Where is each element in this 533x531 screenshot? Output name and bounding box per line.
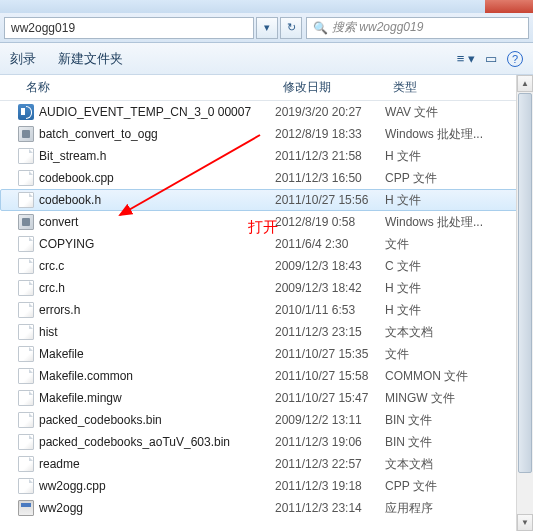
file-date: 2010/1/11 6:53	[275, 303, 385, 317]
file-name: codebook.cpp	[39, 171, 114, 185]
column-type[interactable]: 类型	[385, 75, 533, 100]
file-date: 2011/10/27 15:35	[275, 347, 385, 361]
file-name: codebook.h	[39, 193, 101, 207]
file-name-cell: codebook.h	[18, 192, 275, 208]
file-type: 应用程序	[385, 500, 533, 517]
file-icon	[18, 236, 34, 252]
scroll-up-button[interactable]: ▲	[517, 75, 533, 92]
file-name-cell: crc.c	[18, 258, 275, 274]
file-name-cell: COPYING	[18, 236, 275, 252]
file-row[interactable]: ww2ogg.cpp2011/12/3 19:18CPP 文件	[0, 475, 533, 497]
file-row[interactable]: convert2012/8/19 0:58Windows 批处理...	[0, 211, 533, 233]
bat-icon	[18, 126, 34, 142]
file-name-cell: Bit_stream.h	[18, 148, 275, 164]
file-date: 2011/10/27 15:58	[275, 369, 385, 383]
help-button[interactable]: ?	[507, 51, 523, 67]
file-name: crc.h	[39, 281, 65, 295]
file-row[interactable]: ww2ogg2011/12/3 23:14应用程序	[0, 497, 533, 519]
file-type: C 文件	[385, 258, 533, 275]
file-name-cell: hist	[18, 324, 275, 340]
dropdown-button[interactable]: ▾	[256, 17, 278, 39]
file-icon	[18, 192, 34, 208]
file-row[interactable]: Makefile.common2011/10/27 15:58COMMON 文件	[0, 365, 533, 387]
file-date: 2009/12/3 18:42	[275, 281, 385, 295]
file-row[interactable]: packed_codebooks_aoTuV_603.bin2011/12/3 …	[0, 431, 533, 453]
preview-pane-button[interactable]: ▭	[485, 51, 497, 66]
scrollbar[interactable]: ▲ ▼	[516, 75, 533, 531]
file-name: ww2ogg.cpp	[39, 479, 106, 493]
file-date: 2011/12/3 21:58	[275, 149, 385, 163]
file-name: Makefile.mingw	[39, 391, 122, 405]
search-placeholder: 搜索 ww2ogg019	[332, 19, 423, 36]
file-row[interactable]: Makefile2011/10/27 15:35文件	[0, 343, 533, 365]
file-type: BIN 文件	[385, 434, 533, 451]
file-name-cell: Makefile	[18, 346, 275, 362]
file-date: 2011/12/3 22:57	[275, 457, 385, 471]
file-name-cell: batch_convert_to_ogg	[18, 126, 275, 142]
file-type: Windows 批处理...	[385, 126, 533, 143]
file-name: crc.c	[39, 259, 64, 273]
path-field[interactable]: ww2ogg019	[4, 17, 254, 39]
file-icon	[18, 412, 34, 428]
view-mode-button[interactable]: ≡ ▾	[457, 51, 475, 66]
file-date: 2009/12/2 13:11	[275, 413, 385, 427]
file-name: Makefile.common	[39, 369, 133, 383]
refresh-button[interactable]: ↻	[280, 17, 302, 39]
scroll-thumb[interactable]	[518, 93, 532, 473]
file-name-cell: Makefile.common	[18, 368, 275, 384]
burn-button[interactable]: 刻录	[10, 51, 36, 66]
file-row[interactable]: crc.h2009/12/3 18:42H 文件	[0, 277, 533, 299]
file-date: 2012/8/19 18:33	[275, 127, 385, 141]
column-headers: 名称 修改日期 类型	[0, 75, 533, 101]
file-icon	[18, 478, 34, 494]
file-type: BIN 文件	[385, 412, 533, 429]
file-type: CPP 文件	[385, 478, 533, 495]
column-date[interactable]: 修改日期	[275, 75, 385, 100]
file-type: 文件	[385, 346, 533, 363]
file-name: ww2ogg	[39, 501, 83, 515]
file-icon	[18, 148, 34, 164]
file-type: H 文件	[385, 302, 533, 319]
column-name[interactable]: 名称	[18, 75, 275, 100]
file-name-cell: Makefile.mingw	[18, 390, 275, 406]
file-name: batch_convert_to_ogg	[39, 127, 158, 141]
file-row[interactable]: crc.c2009/12/3 18:43C 文件	[0, 255, 533, 277]
file-row[interactable]: batch_convert_to_ogg2012/8/19 18:33Windo…	[0, 123, 533, 145]
file-name-cell: crc.h	[18, 280, 275, 296]
file-type: MINGW 文件	[385, 390, 533, 407]
file-name: readme	[39, 457, 80, 471]
file-row[interactable]: hist2011/12/3 23:15文本文档	[0, 321, 533, 343]
file-row[interactable]: codebook.cpp2011/12/3 16:50CPP 文件	[0, 167, 533, 189]
file-date: 2011/12/3 23:14	[275, 501, 385, 515]
file-date: 2011/12/3 23:15	[275, 325, 385, 339]
file-date: 2011/10/27 15:47	[275, 391, 385, 405]
new-folder-button[interactable]: 新建文件夹	[58, 51, 123, 66]
close-button[interactable]	[485, 0, 533, 13]
file-name: Bit_stream.h	[39, 149, 106, 163]
file-row[interactable]: readme2011/12/3 22:57文本文档	[0, 453, 533, 475]
file-list: AUDIO_EVENT_TEMP_CN_3_0 000072019/3/20 2…	[0, 101, 533, 519]
file-name: COPYING	[39, 237, 94, 251]
file-row[interactable]: errors.h2010/1/11 6:53H 文件	[0, 299, 533, 321]
search-input[interactable]: 🔍 搜索 ww2ogg019	[306, 17, 529, 39]
audio-icon	[18, 104, 34, 120]
file-name-cell: packed_codebooks_aoTuV_603.bin	[18, 434, 275, 450]
file-icon	[18, 346, 34, 362]
address-bar: ww2ogg019 ▾ ↻ 🔍 搜索 ww2ogg019	[0, 13, 533, 43]
scroll-down-button[interactable]: ▼	[517, 514, 533, 531]
search-icon: 🔍	[313, 21, 328, 35]
file-icon	[18, 324, 34, 340]
file-name-cell: codebook.cpp	[18, 170, 275, 186]
file-date: 2011/10/27 15:56	[275, 193, 385, 207]
file-row[interactable]: COPYING2011/6/4 2:30文件	[0, 233, 533, 255]
file-row[interactable]: codebook.h2011/10/27 15:56H 文件	[0, 189, 533, 211]
file-date: 2011/12/3 19:06	[275, 435, 385, 449]
file-icon	[18, 434, 34, 450]
file-name-cell: AUDIO_EVENT_TEMP_CN_3_0 00007	[18, 104, 275, 120]
file-row[interactable]: Makefile.mingw2011/10/27 15:47MINGW 文件	[0, 387, 533, 409]
file-row[interactable]: AUDIO_EVENT_TEMP_CN_3_0 000072019/3/20 2…	[0, 101, 533, 123]
file-name: Makefile	[39, 347, 84, 361]
file-row[interactable]: packed_codebooks.bin2009/12/2 13:11BIN 文…	[0, 409, 533, 431]
file-name-cell: errors.h	[18, 302, 275, 318]
file-row[interactable]: Bit_stream.h2011/12/3 21:58H 文件	[0, 145, 533, 167]
